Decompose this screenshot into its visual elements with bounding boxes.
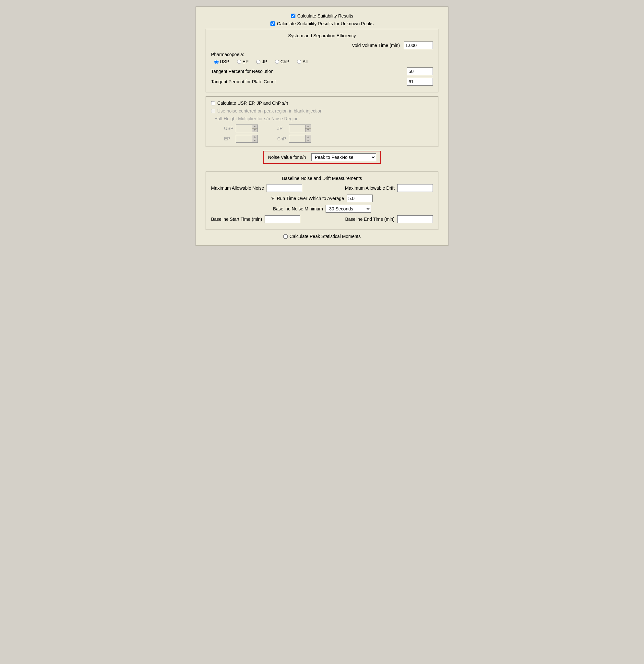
radio-ep-input[interactable] xyxy=(237,60,241,64)
max-noise-input[interactable] xyxy=(267,184,302,192)
system-separation-title: System and Separation Efficiency xyxy=(211,33,433,38)
radio-chp[interactable]: ChP xyxy=(275,59,289,64)
spinbox-ep-buttons: ▲ ▼ xyxy=(252,135,257,142)
start-time-input[interactable] xyxy=(265,215,300,223)
stat-moments-label: Calculate Peak Statistical Moments xyxy=(290,234,360,239)
radio-ep-label: EP xyxy=(243,59,249,64)
spinbox-chp: ChP ▲ ▼ xyxy=(277,135,311,143)
max-drift-label: Maximum Allowable Drift xyxy=(345,185,395,191)
spinbox-chp-down[interactable]: ▼ xyxy=(306,139,311,143)
radio-chp-input[interactable] xyxy=(275,60,279,64)
calc-usp-sn-row: Calculate USP, EP, JP and ChP s/n xyxy=(211,101,433,106)
calc-suitability-unknown-checkbox[interactable] xyxy=(270,21,275,26)
spinbox-usp-input[interactable] xyxy=(236,125,252,132)
radio-chp-label: ChP xyxy=(281,59,289,64)
max-drift-pair: Maximum Allowable Drift xyxy=(345,184,433,192)
use-noise-centered-row: Use noise centered on peak region in bla… xyxy=(211,108,433,113)
stat-moments-checkbox[interactable] xyxy=(284,234,288,238)
void-volume-input[interactable] xyxy=(404,41,433,49)
use-noise-centered-checkbox[interactable] xyxy=(211,109,215,113)
spinbox-ep: EP ▲ ▼ xyxy=(224,135,258,143)
pharmacopoeia-radio-group: USP EP JP ChP All xyxy=(214,59,433,64)
spinbox-ep-up[interactable]: ▲ xyxy=(252,135,257,139)
radio-usp-input[interactable] xyxy=(214,60,219,64)
radio-usp[interactable]: USP xyxy=(214,59,229,64)
spinbox-jp-down[interactable]: ▼ xyxy=(306,129,311,132)
radio-all-input[interactable] xyxy=(297,60,301,64)
spinbox-usp-label: USP xyxy=(224,126,234,131)
baseline-noise-drift-row: Maximum Allowable Noise Maximum Allowabl… xyxy=(211,184,433,192)
calc-suitability-label: Calculate Suitability Results xyxy=(297,13,353,19)
spinbox-chp-input[interactable] xyxy=(289,135,306,142)
radio-jp-label: JP xyxy=(262,59,267,64)
spinbox-chp-up[interactable]: ▲ xyxy=(306,135,311,139)
run-time-row: % Run Time Over Which to Average xyxy=(211,194,433,202)
calc-usp-sn-label: Calculate USP, EP, JP and ChP s/n xyxy=(217,101,288,106)
tangent-resolution-label: Tangent Percent for Resolution xyxy=(211,69,407,74)
tangent-resolution-row: Tangent Percent for Resolution xyxy=(211,67,433,75)
calc-usp-sn-checkbox[interactable] xyxy=(211,101,215,105)
tangent-plate-label: Tangent Percent for Plate Count xyxy=(211,79,407,84)
stat-moments-row: Calculate Peak Statistical Moments xyxy=(206,234,438,239)
baseline-time-row: Baseline Start Time (min) Baseline End T… xyxy=(211,215,433,223)
calc-suitability-unknown-row: Calculate Suitability Results for Unknow… xyxy=(206,21,438,26)
end-time-label: Baseline End Time (min) xyxy=(345,216,395,222)
noise-value-dropdown[interactable]: Peak to PeakNoise RMS Noise Average Nois… xyxy=(311,153,376,161)
radio-all[interactable]: All xyxy=(297,59,308,64)
baseline-section: Baseline Noise and Drift Measurements Ma… xyxy=(206,171,438,230)
spinbox-jp-buttons: ▲ ▼ xyxy=(306,125,311,132)
spinbox-jp-input[interactable] xyxy=(289,125,306,132)
spinbox-jp-label: JP xyxy=(277,126,287,131)
spinbox-usp-down[interactable]: ▼ xyxy=(252,129,257,132)
end-time-pair: Baseline End Time (min) xyxy=(345,215,433,223)
calc-suitability-unknown-label: Calculate Suitability Results for Unknow… xyxy=(277,21,374,26)
spinbox-ep-label: EP xyxy=(224,136,234,141)
noise-min-label: Baseline Noise Minimum xyxy=(273,206,323,211)
tangent-plate-row: Tangent Percent for Plate Count xyxy=(211,78,433,86)
spinbox-usp-buttons: ▲ ▼ xyxy=(252,125,257,132)
main-container: Calculate Suitability Results Calculate … xyxy=(195,6,449,246)
spinbox-usp: USP ▲ ▼ xyxy=(224,125,258,132)
max-noise-pair: Maximum Allowable Noise xyxy=(211,184,302,192)
max-drift-input[interactable] xyxy=(397,184,433,192)
start-time-pair: Baseline Start Time (min) xyxy=(211,215,300,223)
radio-ep[interactable]: EP xyxy=(237,59,249,64)
spinbox-ep-input[interactable] xyxy=(236,135,252,142)
baseline-title: Baseline Noise and Drift Measurements xyxy=(211,176,433,181)
end-time-input[interactable] xyxy=(397,215,433,223)
run-time-label: % Run Time Over Which to Average xyxy=(271,196,344,201)
void-volume-label: Void Volume Time (min) xyxy=(352,43,400,48)
tangent-resolution-input[interactable] xyxy=(407,67,433,75)
start-time-label: Baseline Start Time (min) xyxy=(211,216,262,222)
radio-jp[interactable]: JP xyxy=(256,59,267,64)
run-time-input[interactable] xyxy=(347,194,373,202)
tangent-plate-input[interactable] xyxy=(407,78,433,86)
spinbox-ep-down[interactable]: ▼ xyxy=(252,139,257,143)
calc-suitability-row: Calculate Suitability Results xyxy=(206,13,438,19)
sn-section: Calculate USP, EP, JP and ChP s/n Use no… xyxy=(206,96,438,147)
calc-suitability-checkbox[interactable] xyxy=(291,14,295,18)
spinbox-jp: JP ▲ ▼ xyxy=(277,125,311,132)
spinbox-usp-up[interactable]: ▲ xyxy=(252,125,257,129)
noise-min-dropdown[interactable]: 30 Seconds 1 Minute 2 Minutes xyxy=(326,205,371,213)
pharmacopoeia-label: Pharmacopoeia: xyxy=(211,52,433,57)
spinbox-chp-label: ChP xyxy=(277,136,287,141)
radio-all-label: All xyxy=(303,59,308,64)
max-noise-label: Maximum Allowable Noise xyxy=(211,185,264,191)
spinbox-jp-up[interactable]: ▲ xyxy=(306,125,311,129)
radio-jp-input[interactable] xyxy=(256,60,261,64)
noise-min-row: Baseline Noise Minimum 30 Seconds 1 Minu… xyxy=(211,205,433,213)
system-separation-section: System and Separation Efficiency Void Vo… xyxy=(206,29,438,92)
half-height-label: Half Height Multiplier for s/n Noise Reg… xyxy=(214,116,300,121)
noise-value-label: Noise Value for s/n xyxy=(268,155,306,160)
void-volume-row: Void Volume Time (min) xyxy=(211,41,433,49)
spinbox-chp-buttons: ▲ ▼ xyxy=(306,135,311,142)
radio-usp-label: USP xyxy=(220,59,229,64)
noise-value-row: Noise Value for s/n Peak to PeakNoise RM… xyxy=(263,151,380,164)
use-noise-centered-label: Use noise centered on peak region in bla… xyxy=(217,108,323,113)
